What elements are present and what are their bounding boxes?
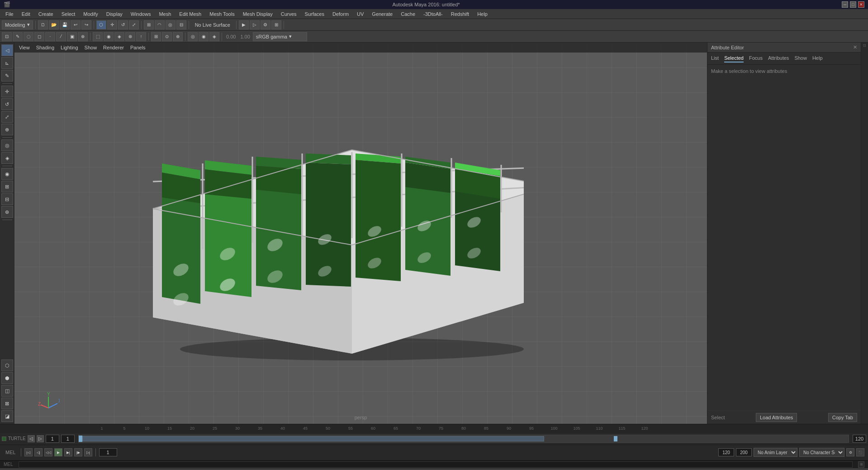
- panels-menu[interactable]: Panels: [128, 44, 148, 51]
- menu-generate[interactable]: Generate: [368, 10, 396, 18]
- render-layer[interactable]: ◫: [1, 385, 13, 397]
- rotate-btn[interactable]: ↺: [118, 20, 128, 29]
- lasso-select[interactable]: ⊾: [1, 57, 13, 69]
- render-settings-btn[interactable]: ⊞: [271, 20, 281, 29]
- open-scene-btn[interactable]: 📂: [49, 20, 59, 29]
- new-scene-btn[interactable]: 🗋: [38, 20, 48, 29]
- colorspace-dropdown[interactable]: sRGB gamma ▾: [253, 32, 307, 41]
- redo-btn[interactable]: ↪: [81, 20, 91, 29]
- cam-zoom-btn[interactable]: ⊕: [173, 32, 183, 41]
- char-set-options-btn[interactable]: ⚙: [846, 448, 854, 456]
- menu-select[interactable]: Select: [58, 10, 79, 18]
- menu-deform[interactable]: Deform: [329, 10, 352, 18]
- snap-point-btn[interactable]: ◎: [166, 20, 175, 29]
- play-fwd-btn[interactable]: ▶: [54, 448, 62, 456]
- channel-btn[interactable]: ⊡: [862, 43, 868, 49]
- character-set-dropdown[interactable]: No Character Set: [799, 448, 844, 457]
- timeline-track[interactable]: [78, 435, 849, 443]
- attr-editor-close[interactable]: ✕: [853, 44, 857, 50]
- vp-obj-btn[interactable]: ◻: [34, 32, 44, 41]
- ipr-btn[interactable]: ⚙: [261, 20, 270, 29]
- tab-selected[interactable]: Selected: [724, 54, 744, 62]
- vp-paint-btn[interactable]: ✎: [13, 32, 23, 41]
- script-editor-btn[interactable]: ⊞: [858, 461, 864, 468]
- vp-vert-btn[interactable]: ·: [45, 32, 55, 41]
- vp-select-btn[interactable]: ⊡: [2, 32, 12, 41]
- show-manip[interactable]: ◈: [1, 152, 13, 164]
- vp-bevel-btn[interactable]: ◈: [114, 32, 124, 41]
- timeline-next-btn[interactable]: ▷: [37, 435, 44, 442]
- tab-show[interactable]: Show: [794, 54, 807, 62]
- lighting-menu[interactable]: Lighting: [58, 44, 81, 51]
- transform-btn[interactable]: ✛: [107, 20, 117, 29]
- smooth-disp-btn[interactable]: ◈: [209, 32, 219, 41]
- range-start-input[interactable]: [61, 435, 75, 443]
- create-layer[interactable]: ⬢: [1, 372, 13, 384]
- transport-frame-input[interactable]: [99, 448, 117, 456]
- menu-create[interactable]: Create: [35, 10, 57, 18]
- menu-display[interactable]: Display: [103, 10, 126, 18]
- menu-mesh[interactable]: Mesh: [155, 10, 175, 18]
- snap-view-btn[interactable]: ⊟: [176, 20, 186, 29]
- scale-btn[interactable]: ⤢: [129, 20, 139, 29]
- tab-help[interactable]: Help: [812, 54, 823, 62]
- cam-move-btn[interactable]: ⊞: [151, 32, 161, 41]
- timeline-end-marker[interactable]: [614, 436, 617, 441]
- vp-smooth-btn[interactable]: ◉: [104, 32, 114, 41]
- menu-uv[interactable]: UV: [353, 10, 367, 18]
- view-menu[interactable]: View: [16, 44, 33, 51]
- copy-tab-btn[interactable]: Copy Tab: [828, 413, 857, 422]
- rotate-tool[interactable]: ↺: [1, 98, 13, 110]
- scale-tool[interactable]: ⤢: [1, 111, 13, 123]
- xray-btn[interactable]: ◎: [188, 32, 198, 41]
- menu-edit[interactable]: Edit: [18, 10, 34, 18]
- menu-modify[interactable]: Modify: [80, 10, 101, 18]
- vp-face-btn[interactable]: ▣: [67, 32, 77, 41]
- render-btn[interactable]: ▶: [239, 20, 249, 29]
- menu-help[interactable]: Help: [474, 10, 491, 18]
- timeline-cursor[interactable]: [79, 436, 82, 442]
- show-menu[interactable]: Show: [82, 44, 100, 51]
- snap-grid-btn[interactable]: ⊞: [144, 20, 154, 29]
- menu-curves[interactable]: Curves: [277, 10, 300, 18]
- render-setup[interactable]: ◪: [1, 410, 13, 422]
- universal-tool[interactable]: ⊕: [1, 124, 13, 135]
- menu-windows[interactable]: Windows: [127, 10, 155, 18]
- shading-menu[interactable]: Shading: [33, 44, 57, 51]
- current-frame-input[interactable]: [46, 435, 59, 443]
- tab-focus[interactable]: Focus: [749, 54, 763, 62]
- window-controls[interactable]: ─ □ ✕: [842, 1, 864, 8]
- tab-attributes[interactable]: Attributes: [768, 54, 789, 62]
- timeline-range[interactable]: [82, 436, 544, 441]
- render-seq-btn[interactable]: ▷: [250, 20, 260, 29]
- select-tool-btn[interactable]: ⬡: [96, 20, 106, 29]
- menu-3dto[interactable]: -3DtoAll-: [420, 10, 446, 18]
- renderer-menu[interactable]: Renderer: [100, 44, 127, 51]
- vp-norm-btn[interactable]: ↑: [136, 32, 146, 41]
- vp-edge-btn[interactable]: ∕: [56, 32, 66, 41]
- cam-orbit-btn[interactable]: ⊙: [162, 32, 172, 41]
- select-tool[interactable]: ◁: [1, 44, 13, 56]
- soft-select[interactable]: ◎: [1, 139, 13, 151]
- isolate-btn[interactable]: ◉: [199, 32, 209, 41]
- maximize-button[interactable]: □: [850, 1, 856, 8]
- layer-indicator[interactable]: [2, 436, 6, 441]
- snap-curve-btn[interactable]: ◠: [155, 20, 165, 29]
- menu-mesh-tools[interactable]: Mesh Tools: [206, 10, 238, 18]
- go-start-btn[interactable]: |◁: [24, 448, 33, 456]
- undo-btn[interactable]: ↩: [71, 20, 81, 29]
- paint-select[interactable]: ✎: [1, 70, 13, 82]
- vp-snap-btn[interactable]: ⊛: [125, 32, 135, 41]
- play-sel-btn[interactable]: ▶|: [64, 448, 72, 456]
- display-filter[interactable]: ⊠: [1, 398, 13, 409]
- viewport[interactable]: View Shading Lighting Show Renderer Pane…: [14, 43, 707, 424]
- anim-layer-dropdown[interactable]: No Anim Layer: [754, 448, 797, 457]
- vp-lasso-btn[interactable]: ◌: [24, 32, 33, 41]
- menu-edit-mesh[interactable]: Edit Mesh: [175, 10, 205, 18]
- vp-wire-btn[interactable]: ⬚: [93, 32, 103, 41]
- auto-key-btn[interactable]: ⚫: [856, 448, 864, 456]
- range-end-input[interactable]: [853, 435, 866, 443]
- menu-file[interactable]: File: [2, 10, 17, 18]
- play-back-btn[interactable]: ◁◁: [44, 448, 52, 456]
- tab-list[interactable]: List: [711, 54, 719, 62]
